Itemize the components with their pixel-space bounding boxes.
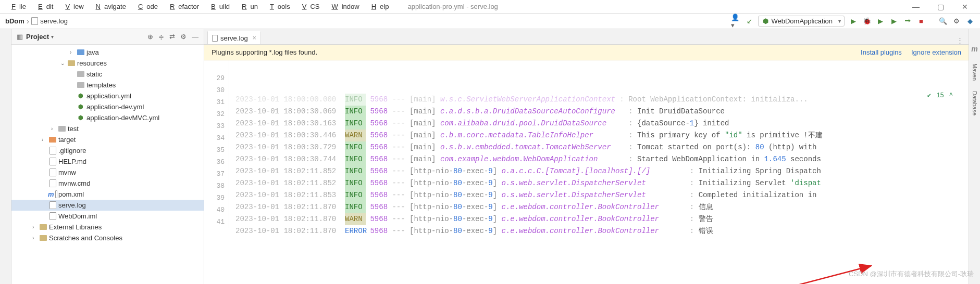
settings-icon[interactable]: ⚙ <box>952 17 961 26</box>
line-number: 34 <box>204 132 225 144</box>
menu-vcs[interactable]: VCS <box>295 1 324 12</box>
spring-icon: ⬢ <box>763 17 768 25</box>
tree-item[interactable]: mvnw <box>11 167 204 178</box>
tree-item[interactable]: serve.log <box>11 200 204 211</box>
tree-label: HELP.md <box>58 158 86 165</box>
menu-help[interactable]: Help <box>364 1 393 12</box>
tree-item[interactable]: HELP.md <box>11 156 204 167</box>
project-view-icon[interactable]: ▥ <box>17 33 23 41</box>
tree-arrow-icon[interactable]: › <box>42 137 48 143</box>
locate-icon[interactable]: ⊕ <box>147 33 153 41</box>
tree-label: test <box>68 125 79 133</box>
user-icon[interactable]: 👤▾ <box>731 17 740 26</box>
maven-tool-button[interactable]: Maven <box>972 63 978 81</box>
tree-arrow-icon[interactable]: › <box>32 224 39 230</box>
tree-label: mvnw <box>58 169 76 176</box>
menu-run[interactable]: Run <box>234 1 262 12</box>
tree-label: java <box>86 48 99 56</box>
breadcrumb-root[interactable]: bDom <box>5 17 24 25</box>
navigation-bar: bDom › serve.log 👤▾ ↙ ⬢ WebDomApplicatio… <box>0 14 980 29</box>
maximize-icon[interactable]: ▢ <box>934 1 948 12</box>
tree-arrow-icon[interactable]: › <box>70 49 76 55</box>
menu-code[interactable]: Code <box>131 1 162 12</box>
line-number: 29 <box>204 72 225 84</box>
tree-item[interactable]: ›Scratches and Consoles <box>11 233 204 243</box>
line-number: 30 <box>204 84 225 96</box>
menu-tools[interactable]: Tools <box>263 1 294 12</box>
tab-serve-log[interactable]: serve.log × <box>207 31 261 44</box>
debug-icon[interactable]: 🐞 <box>862 17 872 26</box>
log-line: 2023-10-01 18:02:11.870 INFO 5968 --- [h… <box>235 201 969 213</box>
tree-item[interactable]: .gitignore <box>11 145 204 156</box>
file-icon <box>55 190 57 198</box>
log-line: 2023-10-01 18:00:30.729 INFO 5968 --- [m… <box>235 141 969 153</box>
tree-item[interactable]: ›target <box>11 134 204 145</box>
gear-icon[interactable]: ⚙ <box>180 33 187 41</box>
tree-item[interactable]: mpom.xml <box>11 189 204 200</box>
collapse-icon[interactable]: ≑ <box>158 33 164 41</box>
expand-icon[interactable]: ⇄ <box>169 33 175 41</box>
yml-icon: ⬢ <box>78 114 83 121</box>
menu-build[interactable]: Build <box>204 1 233 12</box>
line-number: 39 <box>204 192 225 204</box>
install-plugins-link[interactable]: Install plugins <box>861 48 902 56</box>
tree-item[interactable]: static <box>11 69 204 80</box>
coverage-icon[interactable]: ▶ <box>876 17 885 26</box>
tree-item[interactable]: ⬢application-devMVC.yml <box>11 112 204 123</box>
folder-icon <box>58 126 66 132</box>
tree-arrow-icon[interactable]: › <box>51 126 57 132</box>
tree-item[interactable]: ›External Libraries <box>11 222 204 233</box>
menu-refactor[interactable]: Refactor <box>163 1 203 12</box>
window-title: application-pro.yml - serve.log <box>404 1 908 12</box>
stop-icon[interactable]: ■ <box>916 17 926 26</box>
editor-menu-icon[interactable]: ⋮ <box>957 36 963 44</box>
menu-window[interactable]: Window <box>324 1 363 12</box>
folder-icon <box>40 235 47 241</box>
profile-icon[interactable]: ▶ <box>889 17 899 26</box>
close-icon[interactable]: ✕ <box>958 1 972 12</box>
menu-edit[interactable]: Edit <box>31 1 57 12</box>
log-line: 2023-10-01 18:02:11.852 INFO 5968 --- [h… <box>235 177 969 189</box>
folder-icon <box>77 49 84 55</box>
minimize-icon[interactable]: — <box>909 1 923 12</box>
menu-navigate[interactable]: Navigate <box>89 1 130 12</box>
hide-icon[interactable]: — <box>192 33 199 41</box>
ignore-extension-link[interactable]: Ignore extension <box>911 48 961 56</box>
tree-item[interactable]: ⬢application-dev.yml <box>11 101 204 112</box>
tree-arrow-icon[interactable]: ⌄ <box>60 60 67 66</box>
line-number: 31 <box>204 96 225 108</box>
menu-file[interactable]: File <box>4 1 30 12</box>
tree-arrow-icon[interactable]: › <box>32 235 39 241</box>
tree-item[interactable]: ›test <box>11 123 204 134</box>
line-number: 37 <box>204 168 225 180</box>
run-icon[interactable]: ▶ <box>849 17 858 26</box>
tree-item[interactable]: templates <box>11 80 204 91</box>
chevron-down-icon[interactable]: ▾ <box>51 34 54 40</box>
file-icon <box>49 158 56 165</box>
project-tree[interactable]: ›java⌄resourcesstatictemplates⬢applicati… <box>11 45 204 284</box>
maven-tool-icon[interactable]: m <box>971 45 977 53</box>
tree-label: WebDom.iml <box>58 212 97 220</box>
attach-icon[interactable]: ⮕ <box>903 17 912 26</box>
run-config-selector[interactable]: ⬢ WebDomApplication <box>758 16 845 27</box>
line-number: 33 <box>204 120 225 132</box>
tree-item[interactable]: WebDom.iml <box>11 211 204 222</box>
yml-icon: ⬢ <box>78 93 83 99</box>
tree-item[interactable]: ⌄resources <box>11 58 204 69</box>
tree-label: pom.xml <box>58 190 84 198</box>
breadcrumb-file[interactable]: serve.log <box>31 17 68 25</box>
editor-area: serve.log × ⋮ Plugins supporting *.log f… <box>204 29 969 284</box>
tree-item[interactable]: ⬢application.yml <box>11 91 204 101</box>
search-icon[interactable]: 🔍 <box>938 17 948 26</box>
close-tab-icon[interactable]: × <box>253 34 256 42</box>
log-editor[interactable]: ✔ 15 ^ 29303132333435363738394041 2023-1… <box>204 60 969 284</box>
database-tool-button[interactable]: Database <box>972 91 978 115</box>
project-tool-window: ▥ Project ▾ ⊕ ≑ ⇄ ⚙ — ›java⌄resourcessta… <box>11 29 204 284</box>
jetbrains-icon[interactable]: ◆ <box>965 17 975 26</box>
tree-item[interactable]: mvnw.cmd <box>11 178 204 189</box>
tree-label: serve.log <box>58 201 86 209</box>
project-title: Project <box>26 33 49 41</box>
menu-view[interactable]: View <box>58 1 87 12</box>
tree-item[interactable]: ›java <box>11 47 204 58</box>
build-icon[interactable]: ↙ <box>745 17 754 26</box>
